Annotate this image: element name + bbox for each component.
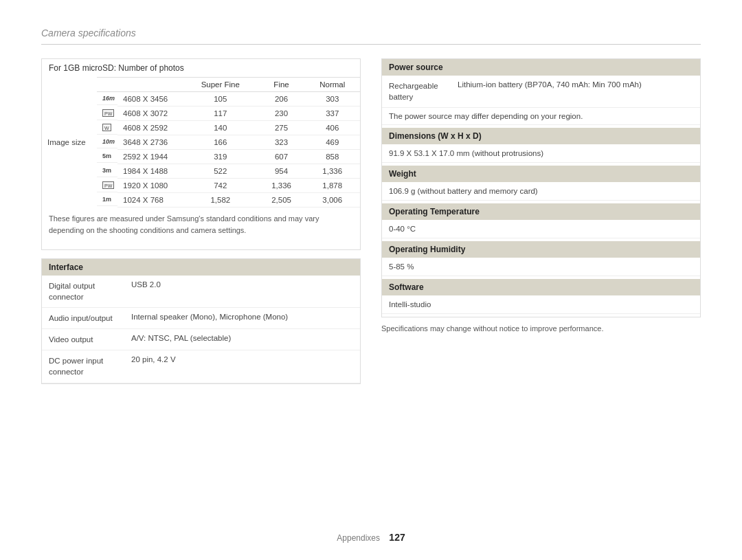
table-row: 10m 3648 X 2736 166 323 469	[97, 135, 360, 150]
table-row: W 4608 X 2592 140 275 406	[97, 121, 360, 135]
photo-table-header: For 1GB microSD: Number of photos	[42, 59, 360, 77]
row-resolution: 4608 X 3456	[117, 92, 183, 107]
photo-table: Super Fine Fine Normal 16m 4608 X 3456 1…	[97, 77, 360, 208]
row-normal: 337	[305, 107, 361, 121]
interface-value: A/V: NTSC, PAL (selectable)	[131, 334, 353, 345]
interface-label: Digital output connector	[49, 280, 131, 302]
humidity-value: 5-85 %	[382, 258, 700, 276]
interface-row: Digital output connector USB 2.0	[42, 276, 360, 308]
row-normal: 303	[305, 92, 361, 107]
software-section: Software Intelli-studio	[382, 279, 700, 314]
interface-row: Audio input/output Internal speaker (Mon…	[42, 308, 360, 329]
interface-rows: Digital output connector USB 2.0 Audio i…	[42, 276, 360, 383]
dimensions-header: Dimensions (W x H x D)	[382, 128, 700, 144]
row-resolution: 4608 X 3072	[117, 107, 183, 121]
row-normal: 469	[305, 135, 361, 150]
col-normal: Normal	[305, 78, 361, 92]
interface-value: 20 pin, 4.2 V	[131, 355, 353, 377]
row-resolution: 4608 X 2592	[117, 121, 183, 135]
row-icon: 16m	[97, 92, 117, 105]
row-icon: W	[97, 121, 117, 135]
software-header: Software	[382, 279, 700, 295]
temperature-value: 0-40 °C	[382, 220, 700, 238]
left-column: For 1GB microSD: Number of photos Image …	[41, 58, 361, 384]
interface-header: Interface	[42, 259, 360, 276]
footer-note: Specifications may change without notice…	[381, 324, 701, 333]
row-resolution: 2592 X 1944	[117, 150, 183, 164]
row-normal: 1,336	[305, 164, 361, 179]
table-row: PW 1920 X 1080 742 1,336 1,878	[97, 179, 360, 193]
interface-row: Video output A/V: NTSC, PAL (selectable)	[42, 329, 360, 350]
row-icon: 1m	[97, 193, 117, 206]
table-row: 16m 4608 X 3456 105 206 303	[97, 92, 360, 107]
interface-label: Audio input/output	[49, 313, 131, 324]
page-container: Camera specifications For 1GB microSD: N…	[0, 0, 742, 560]
row-icon: 10m	[97, 135, 117, 148]
row-fine: 230	[258, 107, 305, 121]
row-icon: PW	[97, 107, 117, 120]
col-superfine: Super Fine	[183, 78, 258, 92]
interface-section: Interface Digital output connector USB 2…	[41, 258, 361, 384]
table-row: 5m 2592 X 1944 319 607 858	[97, 150, 360, 164]
table-row: 3m 1984 X 1488 522 954 1,336	[97, 164, 360, 179]
row-superfine: 117	[183, 107, 258, 121]
row-superfine: 140	[183, 121, 258, 135]
page-footer: Appendixes 127	[0, 532, 742, 543]
row-resolution: 1024 X 768	[117, 193, 183, 208]
right-wrapper: Power source Rechargeable battery Lithiu…	[381, 58, 701, 317]
interface-label: DC power input connector	[49, 355, 131, 377]
interface-row: DC power input connector 20 pin, 4.2 V	[42, 350, 360, 383]
row-fine: 206	[258, 92, 305, 107]
weight-section: Weight 106.9 g (without battery and memo…	[382, 166, 700, 201]
row-superfine: 319	[183, 150, 258, 164]
dimensions-section: Dimensions (W x H x D) 91.9 X 53.1 X 17.…	[382, 128, 700, 163]
row-icon: 3m	[97, 164, 117, 177]
col-fine: Fine	[258, 78, 305, 92]
humidity-section: Operating Humidity 5-85 %	[382, 241, 700, 276]
row-fine: 954	[258, 164, 305, 179]
power-source-header: Power source	[382, 59, 700, 76]
row-fine: 1,336	[258, 179, 305, 193]
image-size-label: Image size	[42, 77, 97, 208]
row-resolution: 1920 X 1080	[117, 179, 183, 193]
row-fine: 2,505	[258, 193, 305, 208]
content-area: For 1GB microSD: Number of photos Image …	[41, 58, 701, 384]
row-superfine: 105	[183, 92, 258, 107]
row-icon: PW	[97, 179, 117, 192]
interface-label: Video output	[49, 334, 131, 345]
image-size-outer: Image size Super Fine Fine Normal	[42, 77, 360, 208]
row-resolution: 1984 X 1488	[117, 164, 183, 179]
row-fine: 323	[258, 135, 305, 150]
dimensions-value: 91.9 X 53.1 X 17.0 mm (without protrusio…	[382, 144, 700, 163]
row-superfine: 742	[183, 179, 258, 193]
page-number: 127	[389, 532, 405, 543]
humidity-header: Operating Humidity	[382, 241, 700, 258]
power-source-note: The power source may differ depending on…	[382, 108, 700, 125]
page-title: Camera specifications	[41, 27, 701, 45]
interface-value: USB 2.0	[131, 280, 353, 302]
row-superfine: 522	[183, 164, 258, 179]
appendixes-label: Appendixes	[337, 533, 380, 543]
temperature-section: Operating Temperature 0-40 °C	[382, 203, 700, 238]
row-fine: 607	[258, 150, 305, 164]
right-column: Power source Rechargeable battery Lithiu…	[381, 58, 701, 384]
col-icon	[97, 78, 117, 92]
row-superfine: 1,582	[183, 193, 258, 208]
table-row: PW 4608 X 3072 117 230 337	[97, 107, 360, 121]
row-fine: 275	[258, 121, 305, 135]
weight-header: Weight	[382, 166, 700, 182]
row-normal: 406	[305, 121, 361, 135]
weight-value: 106.9 g (without battery and memory card…	[382, 182, 700, 201]
power-source-row: Rechargeable battery Lithium-ion battery…	[382, 76, 700, 108]
power-source-label: Rechargeable battery	[389, 80, 458, 102]
photo-table-note: These figures are measured under Samsung…	[42, 208, 360, 241]
col-resolution	[117, 78, 183, 92]
power-source-value: Lithium-ion battery (BP70A, 740 mAh: Min…	[458, 80, 693, 102]
interface-value: Internal speaker (Mono), Microphone (Mon…	[131, 313, 353, 324]
row-normal: 858	[305, 150, 361, 164]
software-value: Intelli-studio	[382, 295, 700, 314]
photo-table-section: For 1GB microSD: Number of photos Image …	[41, 58, 361, 250]
row-normal: 3,006	[305, 193, 361, 208]
power-source-section: Power source Rechargeable battery Lithiu…	[382, 59, 700, 125]
row-normal: 1,878	[305, 179, 361, 193]
